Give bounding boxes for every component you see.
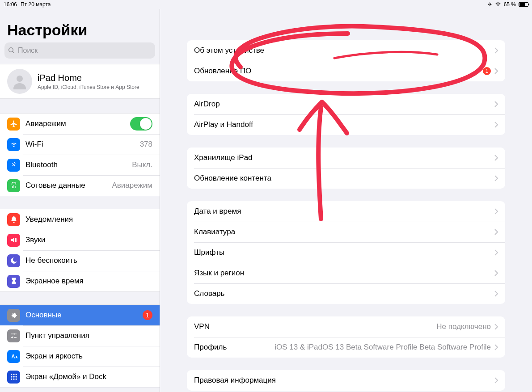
sidebar-item-label: Wi-Fi [25,140,140,149]
sidebar-item-label: Уведомления [25,215,152,224]
sidebar-item-label: Авиарежим [25,119,130,128]
chevron-right-icon [494,249,498,256]
row-background-refresh[interactable]: Обновление контента [187,168,505,189]
textsize-icon [7,350,20,363]
sidebar-item-notifications[interactable]: Уведомления [0,209,160,230]
detail-pane: Об этом устройстве Обновление ПО 1 AirDr… [160,9,532,392]
search-field[interactable] [4,42,155,59]
search-icon [8,47,15,54]
row-legal[interactable]: Правовая информация [187,370,505,391]
sidebar-item-cellular[interactable]: Сотовые данные Авиарежим [0,175,160,196]
svg-rect-9 [15,379,17,380]
chevron-right-icon [494,377,498,384]
settings-sidebar: Настройки iPad Home Apple ID, iCloud, iT… [0,9,160,392]
sidebar-item-value: Выкл. [132,160,152,169]
sidebar-item-controlcenter[interactable]: Пункт управления [0,325,160,346]
svg-rect-2 [13,374,14,375]
chevron-right-icon [494,122,498,128]
battery-icon [519,2,528,7]
row-label: Шрифты [194,248,224,257]
search-input[interactable] [18,46,152,55]
chevron-right-icon [494,229,498,235]
sidebar-item-label: Пункт управления [25,331,152,340]
row-datetime[interactable]: Дата и время [187,201,505,222]
airplane-switch[interactable] [130,117,152,131]
row-keyboard[interactable]: Клавиатура [187,222,505,242]
svg-rect-6 [15,376,17,378]
svg-rect-1 [11,374,12,375]
apple-id-row[interactable]: iPad Home Apple ID, iCloud, iTunes Store… [0,64,160,99]
sidebar-title: Настройки [0,9,160,42]
status-bar: 16:06 Пт 20 марта ✈ 65 % [0,0,532,9]
chevron-right-icon [494,344,498,350]
row-dictionary[interactable]: Словарь [187,283,505,304]
chevron-right-icon [494,324,498,330]
row-label: Правовая информация [194,376,276,385]
sidebar-item-screentime[interactable]: Экранное время [0,271,160,291]
account-name: iPad Home [38,73,139,83]
row-label: Об этом устройстве [194,46,264,55]
row-label: Хранилище iPad [194,153,253,162]
wifi-icon [495,1,501,8]
hourglass-icon [7,275,20,288]
row-value: iOS 13 & iPadOS 13 Beta Software Profile… [274,343,491,352]
moon-icon [7,254,20,267]
row-label: Обновление ПО [194,67,251,76]
row-label: Словарь [194,289,224,298]
sidebar-item-label: Экран «Домой» и Dock [25,372,152,381]
row-fonts[interactable]: Шрифты [187,242,505,263]
row-storage[interactable]: Хранилище iPad [187,148,505,168]
sidebar-item-general[interactable]: Основные 1 [0,305,160,325]
row-label: Обновление контента [194,174,271,183]
row-label: AirPlay и Handoff [194,120,253,129]
sidebar-item-home[interactable]: Экран «Домой» и Dock [0,367,160,387]
sidebar-item-wifi[interactable]: Wi-Fi 378 [0,134,160,155]
row-label: Язык и регион [194,269,244,278]
sidebar-item-sounds[interactable]: Звуки [0,230,160,250]
row-label: Профиль [194,343,227,352]
airplane-mode-icon: ✈ [488,1,492,8]
row-label: AirDrop [194,100,220,109]
cellular-icon [7,179,20,192]
chevron-right-icon [494,101,498,107]
svg-rect-5 [13,376,14,378]
airplane-icon [7,118,20,131]
sidebar-item-bluetooth[interactable]: Bluetooth Выкл. [0,155,160,175]
chevron-right-icon [494,291,498,297]
sidebar-item-label: Не беспокоить [25,256,152,265]
gear-icon [7,309,20,322]
row-profile[interactable]: Профиль iOS 13 & iPadOS 13 Beta Software… [187,337,505,358]
chevron-right-icon [494,175,498,181]
status-date: Пт 20 марта [21,1,51,8]
grid-icon [7,371,20,384]
sidebar-item-dnd[interactable]: Не беспокоить [0,250,160,271]
sidebar-item-value: 378 [140,140,152,149]
sidebar-item-value: Авиарежим [112,181,152,190]
sidebar-item-label: Основные [25,311,143,320]
svg-point-0 [17,76,23,82]
row-about[interactable]: Об этом устройстве [187,40,505,61]
account-sub: Apple ID, iCloud, iTunes Store и App Sto… [38,84,139,90]
sidebar-item-label: Экранное время [25,277,152,286]
status-time: 16:06 [4,1,17,8]
chevron-right-icon [494,208,498,215]
chevron-right-icon [494,47,498,54]
bell-icon [7,213,20,226]
chevron-right-icon [494,68,498,74]
svg-rect-4 [11,376,12,378]
row-airdrop[interactable]: AirDrop [187,94,505,114]
sidebar-item-airplane[interactable]: Авиарежим [0,114,160,134]
sliders-icon [7,329,20,342]
bluetooth-icon [7,159,20,172]
chevron-right-icon [494,270,498,276]
row-language[interactable]: Язык и регион [187,263,505,283]
sidebar-item-display[interactable]: Экран и яркость [0,346,160,367]
sidebar-item-label: Экран и яркость [25,352,152,361]
row-vpn[interactable]: VPN Не подключено [187,316,505,337]
sidebar-item-label: Bluetooth [25,160,132,169]
row-software-update[interactable]: Обновление ПО 1 [187,61,505,81]
battery-percent: 65 % [504,1,516,8]
row-label: Клавиатура [194,228,235,236]
row-airplay[interactable]: AirPlay и Handoff [187,114,505,135]
sidebar-item-label: Звуки [25,236,152,244]
